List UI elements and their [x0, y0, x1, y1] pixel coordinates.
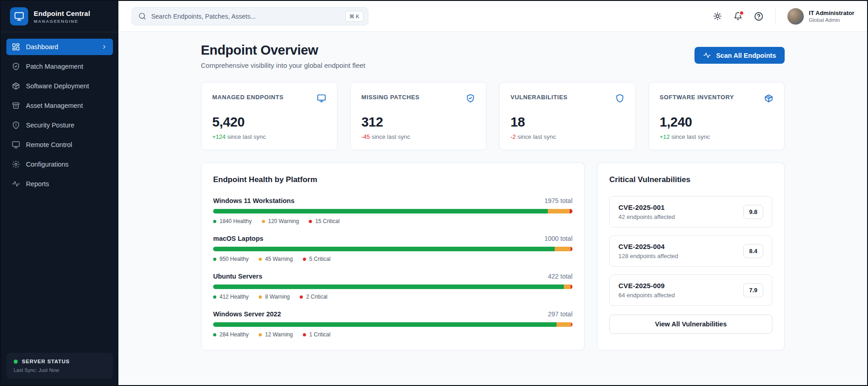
theme-toggle-button[interactable] [713, 12, 722, 20]
critical-segment [570, 209, 572, 213]
health-legend: 284 Healthy 12 Warning 1 Critical [213, 331, 572, 338]
shield-check-icon [466, 94, 475, 103]
sidebar-item-asset-management[interactable]: Asset Management [6, 97, 113, 114]
gear-icon [12, 160, 20, 168]
healthy-segment [213, 209, 548, 213]
topbar: ⌘ K IT Administrator Gl [118, 1, 867, 32]
sidebar-item-label: Dashboard [26, 43, 58, 51]
stat-label: VULNERABILITIES [511, 94, 567, 101]
app-logo-icon [10, 7, 28, 25]
sidebar-item-label: Patch Management [26, 63, 83, 70]
app-window: Endpoint Central MANAGEENGINE Dashboard … [1, 1, 867, 385]
platform-total: 422 total [548, 273, 572, 280]
stat-label: MISSING PATCHES [362, 94, 420, 101]
warning-dot [259, 258, 262, 261]
platform-row: Windows 11 Workstations 1975 total 1840 … [213, 197, 572, 224]
warning-segment [557, 322, 571, 327]
notifications-button[interactable] [734, 12, 742, 20]
endpoint-health-panel: Endpoint Health by Platform Windows 11 W… [201, 163, 585, 350]
warning-segment [548, 209, 570, 213]
platform-name: Windows 11 Workstations [213, 197, 294, 204]
stat-card[interactable]: MISSING PATCHES 312 -45 since last sync [350, 82, 487, 150]
page-header: Endpoint Overview Comprehensive visibili… [201, 43, 785, 69]
warning-count: 45 Warning [265, 256, 293, 262]
warning-dot [262, 220, 265, 223]
scan-button-label: Scan All Endpoints [716, 52, 776, 59]
cve-list: CVE-2025-001 42 endpoints affected 9.8 C… [609, 196, 772, 306]
sidebar-item-remote-control[interactable]: Remote Control [6, 137, 113, 153]
critical-count: 15 Critical [315, 218, 339, 224]
healthy-segment [213, 284, 564, 289]
app-brand: MANAGEENGINE [34, 19, 90, 24]
healthy-dot [213, 295, 216, 299]
stat-value: 5,420 [212, 115, 326, 130]
critical-segment [571, 284, 572, 289]
app-title: Endpoint Central [34, 10, 90, 17]
logo-text: Endpoint Central MANAGEENGINE [34, 10, 90, 24]
warning-segment [564, 284, 571, 289]
stat-delta: -2 since last sync [511, 133, 624, 140]
stat-card[interactable]: VULNERABILITIES 18 -2 since last sync [499, 82, 636, 150]
sidebar-item-software-deployment[interactable]: Software Deployment [6, 78, 113, 94]
sidebar-item-label: Remote Control [26, 141, 72, 148]
shield-check-icon [12, 62, 20, 71]
platform-total: 1000 total [545, 235, 573, 242]
stats-row: MANAGED ENDPOINTS 5,420 +124 since last … [201, 82, 785, 150]
sidebar-item-configurations[interactable]: Configurations [6, 156, 113, 173]
cve-card[interactable]: CVE-2025-004 128 endpoints affected 8.4 [609, 235, 772, 267]
platform-name: macOS Laptops [213, 235, 263, 242]
stat-value: 18 [511, 115, 624, 130]
cve-affected: 128 endpoints affected [618, 253, 678, 259]
healthy-segment [213, 322, 557, 327]
cve-card[interactable]: CVE-2025-009 64 endpoints affected 7.9 [609, 274, 772, 306]
healthy-dot [213, 220, 216, 223]
user-menu[interactable]: IT Administrator Global Admin [787, 8, 854, 25]
health-legend: 1840 Healthy 120 Warning 15 Critical [213, 218, 572, 224]
healthy-count: 284 Healthy [220, 331, 249, 338]
critical-vulnerabilities-panel: Critical Vulnerabilities CVE-2025-001 42… [597, 163, 785, 350]
platform-row: Ubuntu Servers 422 total 412 Healthy 8 W… [213, 273, 572, 300]
notification-badge [739, 10, 744, 15]
sidebar-item-patch-management[interactable]: Patch Management [6, 58, 113, 75]
page-content: Endpoint Overview Comprehensive visibili… [118, 32, 867, 385]
pulse-icon [703, 51, 711, 59]
cve-affected: 42 endpoints affected [618, 213, 675, 220]
global-search[interactable]: ⌘ K [132, 7, 368, 25]
vulnerabilities-panel-title: Critical Vulnerabilities [609, 175, 772, 184]
package-icon [764, 94, 773, 103]
stat-delta: +124 since last sync [212, 133, 326, 140]
cve-score-badge: 8.4 [743, 244, 763, 258]
healthy-count: 1840 Healthy [220, 218, 252, 224]
help-button[interactable] [754, 12, 763, 21]
search-input[interactable] [151, 13, 340, 20]
scan-all-endpoints-button[interactable]: Scan All Endpoints [694, 47, 785, 64]
stat-card[interactable]: MANAGED ENDPOINTS 5,420 +124 since last … [201, 82, 337, 150]
sidebar-item-security-posture[interactable]: Security Posture [6, 117, 113, 133]
page-subtitle: Comprehensive visibility into your globa… [201, 61, 365, 69]
critical-count: 2 Critical [306, 294, 327, 300]
stat-label: MANAGED ENDPOINTS [212, 94, 284, 101]
critical-count: 5 Critical [309, 256, 331, 262]
topbar-divider [775, 9, 776, 24]
cve-id: CVE-2025-009 [618, 282, 675, 290]
package-icon [12, 82, 20, 90]
activity-icon [12, 180, 20, 188]
platform-name: Windows Server 2022 [213, 310, 281, 318]
critical-count: 1 Critical [309, 331, 331, 338]
sidebar-item-dashboard[interactable]: Dashboard [6, 39, 113, 55]
view-all-vulnerabilities-button[interactable]: View All Vulnerabilities [609, 315, 772, 334]
warning-count: 8 Warning [265, 294, 290, 300]
cve-card[interactable]: CVE-2025-001 42 endpoints affected 9.8 [609, 196, 772, 228]
health-bar [213, 209, 572, 213]
warning-dot [259, 333, 262, 336]
stat-card[interactable]: SOFTWARE INVENTORY 1,240 +12 since last … [648, 82, 785, 150]
sidebar-item-reports[interactable]: Reports [6, 176, 113, 192]
monitor-icon [317, 94, 326, 103]
critical-segment [571, 322, 572, 327]
stat-delta: -45 since last sync [362, 133, 475, 140]
critical-dot [303, 258, 306, 261]
sidebar-item-label: Configurations [26, 161, 69, 168]
search-icon [138, 12, 146, 20]
sidebar: Endpoint Central MANAGEENGINE Dashboard … [1, 1, 118, 385]
sidebar-nav: Dashboard Patch Management Software Depl… [1, 32, 118, 198]
